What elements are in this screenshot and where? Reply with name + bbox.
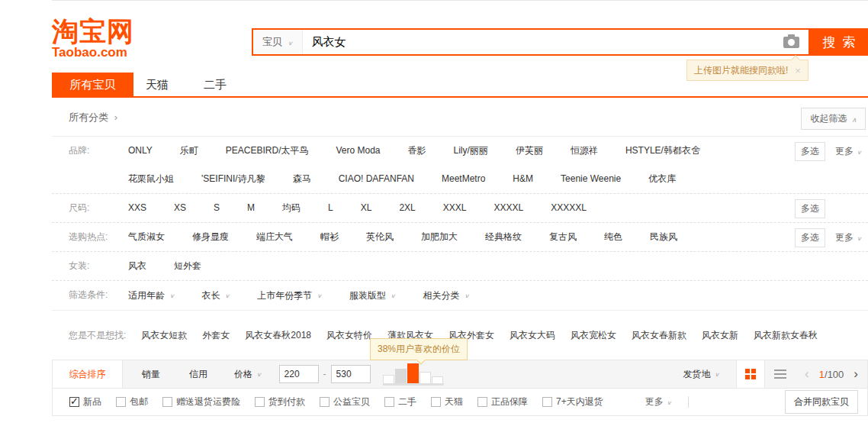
brand-option[interactable]: 香影 (408, 137, 426, 165)
hotspot-option[interactable]: 民族风 (650, 223, 677, 251)
sort-credit[interactable]: 信用 (189, 368, 207, 381)
sort-price-dropdown[interactable]: 价格 (234, 368, 262, 381)
tab-tmall[interactable]: 天猫 (146, 73, 169, 96)
filter-checkbox[interactable]: 新品 (69, 395, 101, 408)
size-option[interactable]: XXXXXL (551, 194, 587, 222)
brand-option[interactable]: MeetMetro (442, 165, 485, 193)
womens-option[interactable]: 风衣 (128, 252, 146, 280)
search-input[interactable] (303, 36, 783, 49)
price-min-input[interactable] (279, 365, 319, 383)
condition-label: 适用年龄 (128, 282, 165, 310)
brand-option[interactable]: 恒源祥 (571, 137, 598, 165)
brand-option[interactable]: HSTYLE/韩都衣舍 (625, 137, 700, 165)
condition-dropdown[interactable]: 衣长 (202, 281, 230, 310)
condition-dropdown[interactable]: 上市年份季节 (257, 281, 322, 310)
price-histogram[interactable] (383, 363, 444, 386)
brand-option[interactable]: 伊芙丽 (516, 137, 543, 165)
hotspot-option[interactable]: 经典格纹 (485, 223, 522, 251)
more-link[interactable]: 更多 (835, 231, 862, 244)
search-bar: 宝贝 搜索 (252, 28, 868, 56)
filter-checkbox[interactable]: 天猫 (431, 395, 463, 408)
filter-checkbox[interactable]: 公益宝贝 (320, 395, 370, 408)
filter-checkbox[interactable]: 7+天内退货 (542, 395, 603, 408)
size-option[interactable]: S (214, 194, 220, 222)
histogram-bar[interactable] (383, 375, 394, 383)
brand-option[interactable]: 'SEIFINI/诗凡黎 (201, 165, 265, 193)
brand-option[interactable]: Vero Moda (336, 137, 380, 165)
more-label: 更多 (645, 395, 664, 408)
size-option[interactable]: XXXXL (493, 194, 523, 222)
size-option[interactable]: 均码 (282, 194, 301, 222)
womens-option[interactable]: 短外套 (174, 252, 201, 280)
multi-select-button[interactable]: 多选 (795, 142, 825, 161)
camera-icon[interactable] (783, 37, 799, 48)
collapse-filter-button[interactable]: 收起筛选 (801, 108, 866, 130)
hotspot-option[interactable]: 加肥加大 (421, 223, 458, 251)
hotspot-option[interactable]: 端庄大气 (256, 223, 293, 251)
more-link[interactable]: 更多 (835, 145, 862, 158)
grid-view-button[interactable] (736, 360, 765, 388)
more-filters-link[interactable]: 更多 (645, 395, 672, 408)
tab-all-items[interactable]: 所有宝贝 (52, 73, 133, 96)
condition-dropdown[interactable]: 相关分类 (423, 281, 469, 310)
search-category-dropdown[interactable]: 宝贝 (253, 30, 303, 54)
histogram-bar[interactable] (432, 376, 443, 383)
brand-option[interactable]: 森马 (293, 165, 311, 193)
taobao-logo[interactable]: 淘宝网 Taobao.com (52, 18, 134, 60)
size-option[interactable]: 2XL (399, 194, 415, 222)
condition-dropdown[interactable]: 服装版型 (349, 281, 396, 310)
search-button[interactable]: 搜索 (810, 28, 868, 56)
checkbox-icon (116, 397, 126, 407)
grid-icon (745, 369, 750, 373)
prev-page-icon[interactable]: ‹ (805, 366, 809, 382)
image-search-tooltip: 上传图片就能搜同款啦! × (686, 60, 809, 81)
all-categories-link[interactable]: 所有分类 › (69, 111, 117, 124)
hotspot-option[interactable]: 英伦风 (366, 223, 394, 251)
filter-checkbox[interactable]: 赠送退货运费险 (162, 395, 240, 408)
brand-option[interactable]: PEACEBIRD/太平鸟 (226, 137, 309, 165)
hotspot-option[interactable]: 气质淑女 (128, 223, 165, 251)
size-option[interactable]: L (328, 194, 333, 222)
size-option[interactable]: XS (174, 194, 186, 222)
ship-from-dropdown[interactable]: 发货地 (683, 368, 720, 381)
filter-label-womens: 女装: (52, 252, 128, 280)
filter-checkbox[interactable]: 货到付款 (255, 395, 305, 408)
sort-sales[interactable]: 销量 (142, 368, 160, 381)
size-option[interactable]: XXXL (443, 194, 467, 222)
filter-checkbox[interactable]: 正品保障 (477, 395, 528, 408)
close-icon[interactable]: × (795, 65, 801, 76)
multi-select-button[interactable]: 多选 (795, 199, 825, 218)
histogram-bar-selected[interactable] (407, 363, 419, 383)
brand-option[interactable]: 优衣库 (648, 165, 676, 193)
hotspot-option[interactable]: 帽衫 (320, 223, 339, 251)
brand-option[interactable]: Teenie Weenie (561, 165, 621, 193)
hotspot-option[interactable]: 复古风 (549, 223, 577, 251)
brand-option[interactable]: 花栗鼠小姐 (128, 165, 174, 193)
brand-option[interactable]: H&M (513, 165, 533, 193)
size-option[interactable]: XL (361, 194, 372, 222)
hotspot-option[interactable]: 纯色 (604, 223, 622, 251)
list-view-button[interactable] (765, 360, 796, 388)
multi-select-button[interactable]: 多选 (795, 228, 825, 247)
next-page-icon[interactable]: › (854, 366, 858, 382)
filter-checkbox[interactable]: 包邮 (116, 395, 148, 408)
checkbox-icon (477, 397, 487, 407)
chevron-down-icon (288, 37, 293, 48)
divider (688, 396, 689, 408)
condition-dropdown[interactable]: 适用年龄 (128, 281, 175, 310)
brand-option[interactable]: ONLY (128, 137, 153, 165)
service-filter-bar: 新品 包邮 赠送退货运费险 货到付款 公益宝贝 二手 天猫 正品 (52, 389, 868, 416)
brand-option[interactable]: CIAO! DAFANFAN (339, 165, 414, 193)
sort-composite-tab[interactable]: 综合排序 (53, 360, 123, 388)
tab-secondhand[interactable]: 二手 (204, 73, 227, 96)
size-option[interactable]: M (247, 194, 255, 222)
brand-option[interactable]: Lily/丽丽 (454, 137, 488, 165)
brand-option[interactable]: 乐町 (180, 137, 198, 165)
filter-checkbox[interactable]: 二手 (384, 395, 416, 408)
merge-same-items-button[interactable]: 合并同款宝贝 (785, 390, 858, 414)
price-max-input[interactable] (331, 365, 371, 383)
size-option[interactable]: XXS (128, 194, 146, 222)
hotspot-option[interactable]: 修身显瘦 (192, 223, 229, 251)
histogram-bar[interactable] (420, 372, 431, 383)
histogram-bar[interactable] (395, 369, 407, 383)
